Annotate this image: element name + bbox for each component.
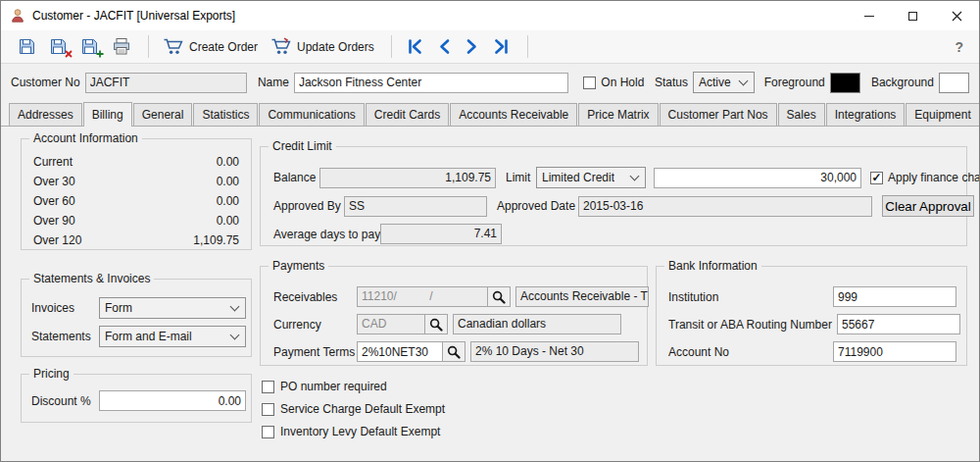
aging-label: Over 30 — [33, 175, 75, 188]
invoices-select[interactable]: Form — [99, 297, 246, 319]
inventory-levy-exempt-checkbox[interactable] — [262, 426, 274, 438]
payment-terms-label: Payment Terms — [273, 345, 352, 359]
help-button[interactable]: ? — [951, 39, 967, 55]
bank-information-group: Bank Information Institution Transit or … — [656, 266, 967, 366]
search-icon — [492, 290, 506, 304]
nav-first-button[interactable] — [401, 35, 429, 58]
create-order-button[interactable]: Create Order — [158, 34, 263, 59]
save-button[interactable] — [13, 34, 41, 59]
receivables-search-button[interactable] — [488, 286, 511, 307]
pricing-title: Pricing — [29, 367, 74, 381]
clear-approval-button[interactable]: Clear Approval — [882, 195, 974, 217]
customer-window: { "window": { "title": "Customer - JACFI… — [0, 0, 980, 462]
tab-addresses[interactable]: Addresses — [9, 103, 82, 126]
tab-integrations[interactable]: Integrations — [826, 103, 906, 126]
currency-search-button[interactable] — [425, 314, 448, 334]
tab-price-matrix[interactable]: Price Matrix — [578, 103, 658, 126]
account-no-input[interactable] — [833, 341, 956, 362]
aging-label: Over 60 — [33, 194, 75, 208]
receivables-label: Receivables — [273, 290, 352, 304]
discount-input[interactable] — [99, 390, 246, 411]
first-record-icon — [406, 38, 424, 55]
tab-general[interactable]: General — [133, 103, 193, 126]
close-button[interactable] — [935, 1, 979, 30]
chevron-down-icon — [739, 77, 749, 86]
aging-row-over60: Over 60 0.00 — [22, 191, 251, 211]
create-order-label: Create Order — [189, 40, 258, 54]
nav-next-button[interactable] — [460, 35, 484, 58]
aging-label: Current — [33, 155, 73, 169]
payments-title: Payments — [269, 259, 328, 273]
payment-terms-input[interactable] — [357, 341, 443, 362]
aging-value: 0.00 — [217, 214, 239, 228]
invoices-label: Invoices — [31, 301, 94, 315]
approved-date-field: 2015-03-16 — [578, 196, 872, 217]
po-number-required-checkbox[interactable] — [262, 381, 274, 393]
service-charge-exempt-checkbox[interactable] — [262, 403, 274, 416]
po-number-required-label: PO number required — [280, 380, 387, 393]
receivables-description-field: Accounts Receivable - Trad — [515, 286, 649, 307]
tab-credit-cards[interactable]: Credit Cards — [366, 103, 449, 126]
red-x-badge-icon — [65, 50, 73, 58]
background-label: Background — [871, 76, 934, 89]
payment-terms-search-button[interactable] — [443, 341, 466, 362]
customer-header: Customer No Name On Hold Status Active F… — [1, 64, 979, 101]
credit-limit-group: Credit Limit Balance 1,109.75 Limit Limi… — [260, 146, 967, 246]
maximize-button[interactable] — [891, 1, 935, 30]
name-input[interactable] — [294, 73, 569, 93]
on-hold-checkbox[interactable] — [583, 77, 596, 89]
tab-sales[interactable]: Sales — [778, 103, 825, 126]
print-icon — [112, 37, 131, 56]
payments-group: Payments Receivables 11210/ / Accounts R… — [260, 266, 648, 366]
save-close-button[interactable] — [44, 34, 73, 59]
statements-select[interactable]: Form and E-mail — [99, 326, 246, 347]
status-value: Active — [699, 76, 731, 89]
chevron-down-icon — [630, 172, 640, 181]
minimize-button[interactable] — [847, 1, 891, 30]
tab-communications[interactable]: Communications — [259, 103, 364, 126]
foreground-swatch[interactable] — [830, 73, 860, 93]
customer-no-input[interactable] — [85, 73, 247, 93]
tab-equipment[interactable]: Equipment — [906, 103, 979, 126]
toolbar-separator — [148, 35, 149, 58]
account-information-group: Account Information Current 0.00 Over 30… — [21, 138, 252, 250]
nav-previous-button[interactable] — [432, 35, 457, 58]
statements-label: Statements — [31, 330, 94, 343]
minimize-icon — [864, 16, 874, 17]
statements-value: Form and E-mail — [105, 330, 192, 343]
transit-input[interactable] — [837, 314, 960, 334]
nav-last-button[interactable] — [487, 35, 515, 58]
tab-accounts-receivable[interactable]: Accounts Receivable — [450, 103, 577, 126]
apply-finance-charges-checkmark: ✓ — [871, 173, 881, 183]
apply-finance-charges-checkbox[interactable]: ✓ — [870, 172, 883, 184]
status-select[interactable]: Active — [693, 72, 755, 93]
balance-field: 1,109.75 — [319, 168, 496, 188]
currency-description-field: Canadian dollars — [453, 314, 621, 334]
last-record-icon — [492, 38, 511, 55]
next-record-icon — [465, 38, 479, 55]
previous-record-icon — [437, 38, 452, 55]
tab-customer-part-nos[interactable]: Customer Part Nos — [660, 103, 777, 126]
toolbar-separator — [391, 35, 392, 58]
aging-row-over120: Over 120 1,109.75 — [22, 231, 251, 250]
tab-billing[interactable]: Billing — [83, 102, 132, 127]
title-bar: Customer - JACFIT [Universal Exports] — [1, 1, 979, 30]
institution-input[interactable] — [833, 286, 956, 307]
credit-limit-amount-input[interactable] — [654, 168, 861, 188]
invoices-value: Form — [105, 301, 132, 315]
discount-label: Discount % — [31, 394, 94, 408]
limit-select[interactable]: Limited Credit — [536, 167, 646, 188]
save-icon — [18, 37, 36, 56]
foreground-label: Foreground — [764, 76, 825, 89]
tab-statistics[interactable]: Statistics — [193, 103, 258, 126]
background-swatch[interactable] — [939, 73, 969, 93]
close-icon — [952, 11, 962, 22]
update-orders-button[interactable]: Update Orders — [266, 34, 379, 59]
print-button[interactable] — [107, 34, 136, 59]
statements-invoices-group: Statements & Invoices Invoices Form Stat… — [21, 279, 252, 357]
plus-badge-icon — [96, 50, 104, 58]
currency-label: Currency — [273, 318, 352, 332]
aging-label: Over 90 — [33, 214, 75, 228]
payment-terms-description-field: 2% 10 Days - Net 30 — [470, 341, 639, 362]
save-new-button[interactable] — [75, 34, 104, 59]
